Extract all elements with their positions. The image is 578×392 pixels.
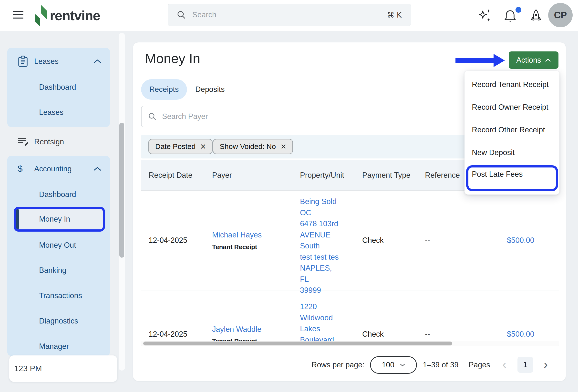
menu-item-record-other-receipt[interactable]: Record Other Receipt [472, 125, 545, 134]
rentsign-icon [18, 137, 29, 147]
pages-label: Pages [469, 360, 490, 369]
sidebar-item-rentsign[interactable]: Rentsign [34, 137, 64, 146]
menu-item-record-tenant-receipt[interactable]: Record Tenant Receipt [472, 80, 549, 89]
cell-payment-type: Check [362, 236, 384, 245]
page-number: 1 [523, 360, 527, 369]
close-icon[interactable]: × [281, 142, 286, 151]
close-icon[interactable]: × [200, 142, 206, 151]
chevron-down-icon [400, 363, 405, 367]
notifications-bell-icon[interactable] [503, 9, 517, 22]
property-unit-link[interactable]: 1220 Wildwood Lakes Boulevard [300, 301, 343, 346]
sidebar-item-money-in[interactable]: Money In [39, 215, 70, 224]
payer-link[interactable]: Michael Hayes [212, 231, 262, 239]
sidebar-item-leases-dashboard[interactable]: Dashboard [39, 83, 76, 92]
property-unit-link[interactable]: Being Sold OC 6478 103rd AVENUE South te… [300, 196, 343, 296]
filter-chip-label: Show Voided: No [220, 142, 276, 151]
chevron-up-icon[interactable] [93, 59, 101, 64]
payer-link[interactable]: Jaylen Waddle [212, 325, 261, 334]
col-receipt-date: Receipt Date [149, 171, 192, 180]
cell-payment-type: Check [362, 330, 384, 339]
menu-item-record-owner-receipt[interactable]: Record Owner Receipt [472, 103, 548, 112]
hamburger-menu-icon[interactable] [13, 11, 23, 20]
sidebar-item-money-out[interactable]: Money Out [39, 241, 76, 250]
sidebar-item-leases-group[interactable]: Leases [34, 57, 59, 66]
filter-chip-show-voided[interactable]: Show Voided: No × [213, 139, 293, 154]
menu-item-post-late-fees[interactable]: Post Late Fees [472, 170, 523, 179]
brand-logo[interactable]: rentvine [34, 4, 100, 26]
sidebar-item-accounting-group[interactable]: Accounting [34, 164, 72, 173]
active-item-indicator [16, 209, 19, 229]
col-property-unit: Property/Unit [300, 171, 344, 180]
filter-chip-label: Date Posted [155, 142, 195, 151]
row-divider [141, 291, 559, 291]
dollar-icon: $ [18, 164, 23, 174]
top-bar: rentvine ⌘ K CP [0, 0, 578, 31]
search-icon [148, 113, 156, 120]
amount-link[interactable]: $500.00 [495, 330, 534, 339]
sidebar-item-accounting-dashboard[interactable]: Dashboard [39, 190, 76, 199]
rocket-icon[interactable] [529, 9, 543, 22]
col-reference: Reference [425, 171, 460, 180]
sidebar-item-leases-leases[interactable]: Leases [39, 108, 63, 117]
actions-dropdown-menu: Record Tenant Receipt Record Owner Recei… [465, 71, 559, 195]
search-icon [177, 11, 186, 19]
notification-badge-dot [516, 7, 521, 13]
col-payment-type: Payment Type [362, 171, 411, 180]
page-title: Money In [145, 51, 200, 66]
rentvine-leaf-icon [34, 4, 48, 26]
rows-per-page-value: 100 [382, 360, 394, 369]
user-avatar[interactable]: CP [548, 3, 573, 27]
global-search[interactable]: ⌘ K [168, 4, 411, 26]
pagination-range: 1–39 of 39 [423, 360, 459, 369]
actions-button[interactable]: Actions [509, 51, 558, 69]
horizontal-scrollbar-track[interactable] [141, 341, 559, 346]
global-search-input[interactable] [192, 10, 387, 19]
tab-receipts-label: Receipts [149, 85, 179, 94]
annotation-arrow-head [493, 54, 505, 67]
chevron-up-icon[interactable] [93, 166, 101, 171]
previous-page-icon[interactable]: ‹ [502, 359, 506, 370]
actions-button-label: Actions [516, 56, 541, 65]
payer-subtype: Tenant Receipt [212, 243, 257, 251]
time-label: 123 PM [14, 364, 42, 373]
next-page-icon[interactable]: › [544, 359, 548, 370]
amount-link[interactable]: $500.00 [495, 236, 534, 245]
rows-per-page-label: Rows per page: [311, 360, 364, 369]
tab-deposits[interactable]: Deposits [195, 85, 225, 94]
sidebar-scrollbar-thumb[interactable] [119, 123, 124, 258]
sidebar-item-manager[interactable]: Manager [39, 342, 69, 351]
search-shortcut-hint: ⌘ K [387, 11, 401, 19]
brand-name: rentvine [50, 7, 100, 23]
app-root: rentvine ⌘ K CP [0, 0, 578, 392]
page-number-button[interactable]: 1 [518, 357, 533, 373]
sidebar-item-diagnostics[interactable]: Diagnostics [39, 317, 78, 325]
avatar-initials: CP [554, 10, 567, 20]
col-payer: Payer [212, 171, 232, 180]
sidebar-scrollbar-track[interactable] [119, 33, 125, 371]
menu-item-new-deposit[interactable]: New Deposit [472, 148, 515, 157]
time-card: 123 PM [9, 355, 117, 382]
cell-reference: -- [425, 236, 430, 245]
rows-per-page-select[interactable]: 100 [370, 356, 417, 374]
chevron-up-icon [545, 59, 551, 62]
sparkles-icon[interactable] [478, 9, 492, 22]
sidebar-group-accounting [7, 156, 110, 356]
cell-receipt-date: 12-04-2025 [149, 236, 188, 245]
cell-reference: -- [425, 330, 430, 339]
cell-receipt-date: 12-04-2025 [149, 330, 188, 339]
clipboard-icon [18, 56, 28, 67]
annotation-arrow [455, 58, 494, 63]
horizontal-scrollbar-thumb[interactable] [143, 342, 452, 346]
tab-receipts[interactable]: Receipts [141, 79, 187, 100]
filter-chip-date-posted[interactable]: Date Posted × [148, 139, 213, 154]
sidebar-item-transactions[interactable]: Transactions [39, 291, 82, 300]
sidebar-item-banking[interactable]: Banking [39, 266, 66, 275]
